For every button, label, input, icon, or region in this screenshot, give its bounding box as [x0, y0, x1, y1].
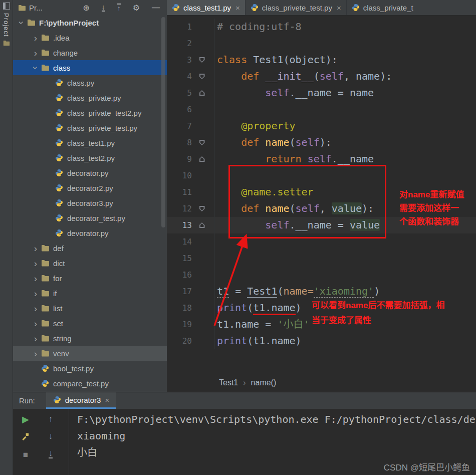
code-line[interactable]: self.__name = name: [215, 85, 374, 101]
code-line[interactable]: class Test1(object):: [215, 52, 338, 68]
tree-item-class-test1-py[interactable]: class_test1.py: [13, 135, 167, 150]
tree-item-class-privete-test-py[interactable]: class_privete_test.py: [13, 120, 167, 135]
tree-item-class-private-test2-py[interactable]: class_private_test2.py: [13, 105, 167, 120]
project-panel-title[interactable]: Pr...: [29, 4, 43, 12]
code-line[interactable]: print(t1.name): [215, 300, 302, 316]
tree-item-venv[interactable]: ›venv: [13, 346, 167, 361]
code-line[interactable]: def name(self):: [215, 134, 332, 151]
tab-class-privete-test-py[interactable]: class_privete_test.py×: [246, 0, 347, 15]
editor-line-17[interactable]: 17t1 = Test1(name='xiaoming'): [167, 283, 476, 300]
editor-line-11[interactable]: 11 @name.setter: [167, 184, 476, 200]
editor-line-6[interactable]: 6: [167, 101, 476, 118]
editor-line-7[interactable]: 7 @property: [167, 118, 476, 134]
chevron-right-icon[interactable]: ›: [31, 334, 40, 343]
editor[interactable]: 1# coding:utf-823class Test1(object):4 d…: [167, 16, 476, 374]
chevron-right-icon[interactable]: ›: [31, 289, 40, 298]
editor-line-13[interactable]: 13 self.__name = value: [167, 217, 476, 233]
tree-item-string[interactable]: ›string: [13, 331, 167, 346]
code-line[interactable]: t1.name = '小白': [215, 316, 310, 333]
build-wrench-icon[interactable]: [22, 432, 30, 442]
expand-all-icon[interactable]: ↓: [102, 4, 105, 12]
tree-item-decorator-py[interactable]: decorator.py: [13, 165, 167, 180]
code-line[interactable]: @name.setter: [215, 184, 314, 200]
tree-item-f-pythonproject[interactable]: ›F:\pythonProject: [13, 15, 167, 30]
tree-item-dict[interactable]: ›dict: [13, 256, 167, 271]
editor-line-15[interactable]: 15: [167, 250, 476, 267]
code-line[interactable]: t1 = Test1(name='xiaoming'): [215, 283, 380, 300]
chevron-right-icon[interactable]: ›: [31, 274, 40, 283]
tree-item-set[interactable]: ›set: [13, 316, 167, 331]
chevron-right-icon[interactable]: ›: [31, 33, 40, 43]
editor-line-18[interactable]: 18print(t1.name): [167, 300, 476, 316]
tree-item-class-private-py[interactable]: class_private.py: [13, 90, 167, 105]
chevron-down-icon[interactable]: ›: [31, 63, 41, 72]
editor-line-14[interactable]: 14: [167, 233, 476, 250]
chevron-right-icon[interactable]: ›: [31, 304, 40, 313]
tree-item-class[interactable]: ›class: [13, 60, 167, 75]
editor-line-19[interactable]: 19t1.name = '小白': [167, 316, 476, 333]
tree-item-devorator-py[interactable]: devorator.py: [13, 225, 167, 241]
code-line[interactable]: @property: [215, 118, 296, 134]
rerun-icon[interactable]: ▶: [22, 415, 29, 424]
fold-start-icon[interactable]: [199, 206, 205, 211]
tree-item-class-test2-py[interactable]: class_test2.py: [13, 150, 167, 165]
project-stripe-button[interactable]: Project: [3, 13, 10, 37]
fold-start-icon[interactable]: [199, 57, 205, 63]
breadcrumb-item-test1[interactable]: Test1: [219, 378, 238, 387]
editor-line-20[interactable]: 20print(t1.name): [167, 333, 476, 349]
close-icon[interactable]: ×: [337, 4, 341, 12]
editor-line-5[interactable]: 5 self.__name = name: [167, 85, 476, 101]
code-line[interactable]: def __init__(self, name):: [215, 68, 392, 85]
fold-start-icon[interactable]: [199, 74, 205, 79]
collapse-all-icon[interactable]: ↑: [117, 4, 121, 12]
down-stack-icon[interactable]: ↓: [49, 432, 53, 440]
tree-item-def[interactable]: ›def: [13, 241, 167, 256]
stop-icon[interactable]: ■: [23, 450, 28, 459]
tree-item-decorator2-py[interactable]: decorator2.py: [13, 180, 167, 195]
settings-gear-icon[interactable]: ⚙: [133, 3, 140, 13]
editor-line-3[interactable]: 3class Test1(object):: [167, 52, 476, 68]
tree-item-class-py[interactable]: class.py: [13, 75, 167, 90]
code-line[interactable]: def name(self, value):: [215, 200, 374, 217]
project-scrollbar[interactable]: [161, 17, 165, 227]
tree-item-idea[interactable]: ›.idea: [13, 30, 167, 45]
scroll-to-end-icon[interactable]: ↓: [49, 449, 53, 458]
editor-line-2[interactable]: 2: [167, 35, 476, 52]
close-icon[interactable]: ×: [105, 396, 109, 404]
tree-item-change[interactable]: ›change: [13, 45, 167, 60]
editor-line-10[interactable]: 10: [167, 167, 476, 184]
fold-start-icon[interactable]: [199, 140, 205, 145]
tree-item-compare-test-py[interactable]: compare_test.py: [13, 376, 167, 391]
tree-item-for[interactable]: ›for: [13, 271, 167, 286]
fold-end-icon[interactable]: [199, 156, 205, 162]
code-line[interactable]: self.__name = value: [215, 217, 380, 233]
chevron-right-icon[interactable]: ›: [31, 244, 40, 253]
chevron-down-icon[interactable]: ›: [17, 18, 27, 27]
tree-item-bool-test-py[interactable]: bool_test.py: [13, 361, 167, 376]
code-line[interactable]: return self.__name: [215, 151, 374, 167]
chevron-right-icon[interactable]: ›: [31, 259, 40, 268]
chevron-right-icon[interactable]: ›: [31, 319, 40, 328]
tree-item-decorator-test-py[interactable]: decorator_test.py: [13, 210, 167, 225]
code-line[interactable]: # coding:utf-8: [215, 19, 302, 35]
chevron-right-icon[interactable]: ›: [31, 349, 40, 358]
up-stack-icon[interactable]: ↑: [49, 415, 53, 423]
tree-item-decorator3-py[interactable]: decorator3.py: [13, 195, 167, 210]
tool-window-icon[interactable]: [3, 3, 10, 10]
close-icon[interactable]: ×: [235, 4, 240, 12]
locate-file-icon[interactable]: ⊕: [83, 3, 89, 13]
hide-panel-icon[interactable]: —: [152, 3, 160, 12]
editor-line-9[interactable]: 9 return self.__name: [167, 151, 476, 167]
tree-item-if[interactable]: ›if: [13, 286, 167, 301]
editor-line-12[interactable]: 12 def name(self, value):: [167, 200, 476, 217]
tree-item-list[interactable]: ›list: [13, 301, 167, 316]
fold-end-icon[interactable]: [199, 90, 205, 96]
tab-class-test1-py[interactable]: class_test1.py×: [167, 0, 246, 15]
editor-line-16[interactable]: 16: [167, 267, 476, 283]
editor-line-4[interactable]: 4 def __init__(self, name):: [167, 68, 476, 85]
fold-end-icon[interactable]: [199, 222, 205, 228]
chevron-right-icon[interactable]: ›: [31, 48, 40, 58]
editor-line-8[interactable]: 8 def name(self):: [167, 134, 476, 151]
editor-line-1[interactable]: 1# coding:utf-8: [167, 19, 476, 35]
code-line[interactable]: print(t1.name): [215, 333, 302, 349]
